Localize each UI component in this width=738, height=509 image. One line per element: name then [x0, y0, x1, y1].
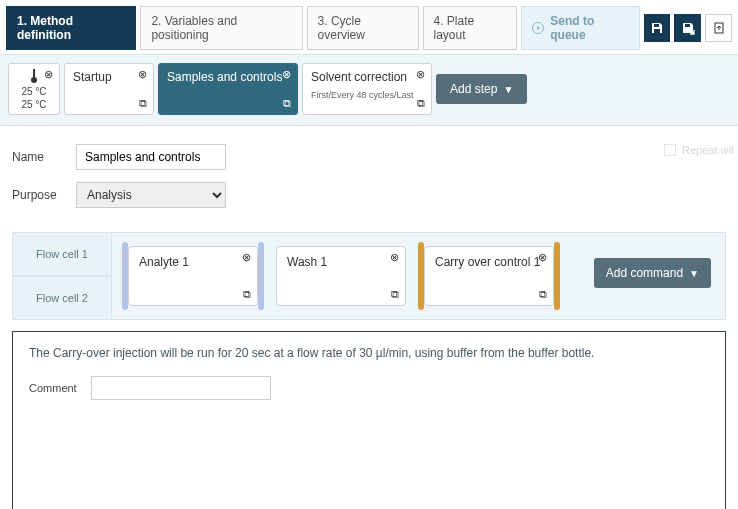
step-title: Samples and controls [167, 70, 287, 84]
step-startup[interactable]: ⊗ ⧉ Startup [64, 63, 154, 115]
add-command-button[interactable]: Add command ▼ [594, 258, 711, 288]
purpose-label: Purpose [12, 188, 62, 202]
command-title: Analyte 1 [139, 255, 189, 269]
step-title: Solvent correction [311, 70, 421, 84]
thermometer-icon [30, 68, 38, 84]
copy-icon[interactable]: ⧉ [283, 97, 291, 110]
add-step-button[interactable]: Add step ▼ [436, 74, 527, 104]
close-icon[interactable]: ⊗ [390, 251, 399, 264]
checkbox-icon [664, 144, 676, 156]
export-button[interactable] [705, 14, 732, 42]
save-as-button[interactable] [674, 14, 701, 42]
copy-icon[interactable]: ⧉ [417, 97, 425, 110]
svg-rect-6 [33, 69, 35, 78]
detail-description: The Carry-over injection will be run for… [29, 346, 709, 360]
close-icon[interactable]: ⊗ [138, 68, 147, 81]
copy-icon[interactable]: ⧉ [243, 288, 251, 301]
command-title: Carry over control 1 [435, 255, 540, 269]
top-tabs: 1. Method definition 2. Variables and po… [0, 0, 738, 54]
close-icon[interactable]: ⊗ [538, 251, 547, 264]
purpose-select[interactable]: Analysis [76, 182, 226, 208]
svg-point-7 [31, 77, 37, 83]
chevron-down-icon: ▼ [503, 84, 513, 95]
svg-marker-1 [537, 26, 540, 30]
flow-cell-2-label: Flow cell 2 [12, 276, 112, 320]
repeat-checkbox[interactable]: Repeat wit [664, 144, 734, 156]
send-to-queue-button[interactable]: Send to queue [521, 6, 639, 50]
name-input[interactable] [76, 144, 226, 170]
close-icon[interactable]: ⊗ [44, 68, 53, 81]
comment-label: Comment [29, 382, 77, 394]
name-label: Name [12, 150, 62, 164]
command-title: Wash 1 [287, 255, 327, 269]
close-icon[interactable]: ⊗ [242, 251, 251, 264]
commands-lane: ⊗ ⧉ Analyte 1 ⊗ ⧉ Wash 1 ⊗ ⧉ Carry o [112, 232, 726, 320]
command-analyte-1[interactable]: ⊗ ⧉ Analyte 1 [122, 242, 264, 310]
command-detail-panel: The Carry-over injection will be run for… [12, 331, 726, 509]
temperature-card[interactable]: ⊗ 25 °C 25 °C [8, 63, 60, 115]
svg-rect-4 [685, 24, 690, 27]
save-button[interactable] [644, 14, 671, 42]
flow-cell-1-label: Flow cell 1 [12, 232, 112, 276]
svg-rect-2 [654, 24, 659, 27]
flow-cell-lanes: Flow cell 1 Flow cell 2 ⊗ ⧉ Analyte 1 ⊗ … [12, 232, 726, 320]
copy-icon[interactable]: ⧉ [539, 288, 547, 301]
tab-plate-layout[interactable]: 4. Plate layout [423, 6, 518, 50]
add-command-label: Add command [606, 266, 683, 280]
queue-label: Send to queue [550, 14, 628, 42]
add-step-label: Add step [450, 82, 497, 96]
command-carry-over-control[interactable]: ⊗ ⧉ Carry over control 1 [418, 242, 560, 310]
svg-rect-3 [654, 29, 660, 33]
temp-line-1: 25 °C [21, 86, 46, 97]
tab-method-definition[interactable]: 1. Method definition [6, 6, 136, 50]
chevron-down-icon: ▼ [689, 268, 699, 279]
copy-icon[interactable]: ⧉ [139, 97, 147, 110]
close-icon[interactable]: ⊗ [282, 68, 291, 81]
step-title: Startup [73, 70, 143, 84]
step-fields: Repeat wit Name Purpose Analysis Flow ce… [0, 126, 738, 509]
close-icon[interactable]: ⊗ [416, 68, 425, 81]
step-subtitle: First/Every 48 cycles/Last [311, 90, 421, 100]
step-strip: ⊗ 25 °C 25 °C ⊗ ⧉ Startup ⊗ ⧉ Samples an… [0, 54, 738, 126]
command-wash-1[interactable]: ⊗ ⧉ Wash 1 [276, 246, 406, 306]
repeat-label: Repeat wit [682, 144, 734, 156]
temp-line-2: 25 °C [21, 99, 46, 110]
tab-cycle-overview[interactable]: 3. Cycle overview [307, 6, 419, 50]
step-solvent-correction[interactable]: ⊗ ⧉ Solvent correction First/Every 48 cy… [302, 63, 432, 115]
comment-input[interactable] [91, 376, 271, 400]
copy-icon[interactable]: ⧉ [391, 288, 399, 301]
tab-variables[interactable]: 2. Variables and positioning [140, 6, 302, 50]
step-samples-controls[interactable]: ⊗ ⧉ Samples and controls [158, 63, 298, 115]
play-icon [532, 22, 544, 34]
